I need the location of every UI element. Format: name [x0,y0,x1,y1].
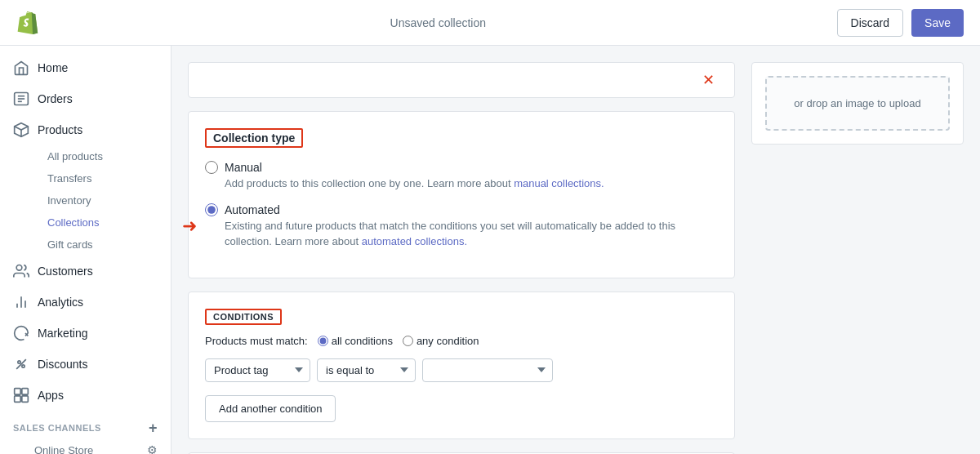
save-button[interactable]: Save [911,9,964,37]
customers-icon [13,263,29,279]
automated-collections-link[interactable]: automated collections. [362,235,467,247]
collection-type-card: Collection type Manual Add products to t… [188,111,735,278]
svg-point-11 [22,365,24,367]
svg-rect-14 [22,389,29,395]
collection-type-body: Collection type Manual Add products to t… [189,112,734,278]
online-store-settings-button[interactable]: ⚙ [147,443,158,454]
sidebar-label-products: Products [38,123,82,136]
any-condition-label[interactable]: any condition [403,335,479,347]
automated-label[interactable]: Automated [225,203,280,216]
topbar-left [16,11,39,34]
all-conditions-text: all conditions [332,335,393,347]
sidebar-label-discounts: Discounts [38,358,87,371]
sidebar-item-transfers[interactable]: Transfers [34,167,171,189]
page-title: Unsaved collection [390,16,487,29]
apps-icon [13,387,29,403]
manual-label[interactable]: Manual [225,161,262,174]
image-upload-body: or drop an image to upload [752,63,963,144]
conditions-body: CONDITIONS Products must match: all cond… [189,292,734,438]
layout: Home Orders Products All products Transf… [0,46,980,454]
svg-rect-15 [15,396,21,403]
sidebar-label-customers: Customers [38,265,93,278]
manual-radio-row: Manual [205,161,718,174]
sidebar-label-orders: Orders [38,92,73,105]
side-column: or drop an image to upload [751,62,964,438]
svg-rect-16 [22,396,29,403]
remove-button[interactable]: ✕ [699,73,718,87]
home-icon [13,60,29,76]
sidebar-item-discounts[interactable]: Discounts [0,349,171,380]
svg-point-10 [18,361,20,363]
automated-radio-row: ➜ Automated [205,203,718,216]
sidebar-sub-products: All products Transfers Inventory Collect… [0,145,171,256]
sidebar-item-marketing[interactable]: Marketing [0,318,171,349]
main-column: ✕ Collection type Manual Add products to… [188,62,735,438]
sidebar-item-customers[interactable]: Customers [0,256,171,287]
sidebar-item-collections[interactable]: Collections [34,211,171,234]
sales-channels-label: SALES CHANNELS + [0,411,171,438]
condition-field-select[interactable]: Product tag Product title Product type P… [205,358,310,382]
conditions-header: CONDITIONS [205,309,282,325]
automated-option: ➜ Automated Existing and future products… [205,203,718,250]
orders-icon [13,91,29,107]
main-content: ✕ Collection type Manual Add products to… [172,46,980,454]
manual-option: Manual Add products to this collection o… [205,161,718,192]
drop-zone-text: or drop an image to upload [794,97,920,109]
sidebar-item-inventory[interactable]: Inventory [34,189,171,211]
sidebar: Home Orders Products All products Transf… [0,46,172,454]
discounts-icon [13,356,29,372]
sidebar-item-home[interactable]: Home [0,52,171,83]
condition-row: Product tag Product title Product type P… [205,358,718,382]
add-condition-button[interactable]: Add another condition [205,395,336,422]
sidebar-item-analytics[interactable]: Analytics [0,287,171,318]
sidebar-label-home: Home [38,61,68,74]
sidebar-nav: Home Orders Products All products Transf… [0,46,171,454]
discard-button[interactable]: Discard [837,9,903,37]
conditions-match-row: Products must match: all conditions any … [205,335,718,347]
conditions-card: CONDITIONS Products must match: all cond… [188,292,735,439]
svg-rect-13 [15,389,21,395]
manual-radio[interactable] [205,161,218,174]
online-store-label: Online Store [34,444,93,455]
image-upload-card: or drop an image to upload [751,62,964,145]
sidebar-label-marketing: Marketing [38,327,87,340]
svg-point-6 [16,265,22,271]
marketing-icon [13,325,29,341]
any-condition-text: any condition [416,335,479,347]
all-conditions-radio[interactable] [318,336,328,346]
red-arrow: ➜ [182,216,197,237]
topbar-actions: Discard Save [837,9,964,37]
sidebar-label-analytics: Analytics [38,296,83,309]
automated-radio[interactable] [205,203,218,216]
sidebar-label-apps: Apps [38,389,64,402]
automated-desc: Existing and future products that match … [225,218,718,250]
image-drop-zone[interactable]: or drop an image to upload [765,76,950,131]
sidebar-item-apps[interactable]: Apps [0,380,171,411]
match-label: Products must match: [205,335,308,347]
condition-value-select[interactable] [422,358,553,382]
shopify-logo [16,11,39,34]
sidebar-item-products[interactable]: Products [0,114,171,145]
sidebar-item-all-products[interactable]: All products [34,145,171,167]
all-conditions-label[interactable]: all conditions [318,335,393,347]
sidebar-item-online-store[interactable]: Online Store ⚙ [0,438,171,454]
sidebar-item-orders[interactable]: Orders [0,83,171,114]
condition-operator-select[interactable]: is equal to is not equal to starts with … [317,358,416,382]
products-icon [13,122,29,138]
topbar: Unsaved collection Discard Save [0,0,980,46]
collection-type-header: Collection type [205,128,303,148]
add-sales-channel-button[interactable]: + [149,421,158,435]
analytics-icon [13,294,29,310]
any-condition-radio[interactable] [403,336,413,346]
sidebar-item-gift-cards[interactable]: Gift cards [34,234,171,256]
manual-collections-link[interactable]: manual collections. [514,177,604,189]
manual-desc: Add products to this collection one by o… [225,176,718,192]
partial-input-card: ✕ [188,62,735,98]
